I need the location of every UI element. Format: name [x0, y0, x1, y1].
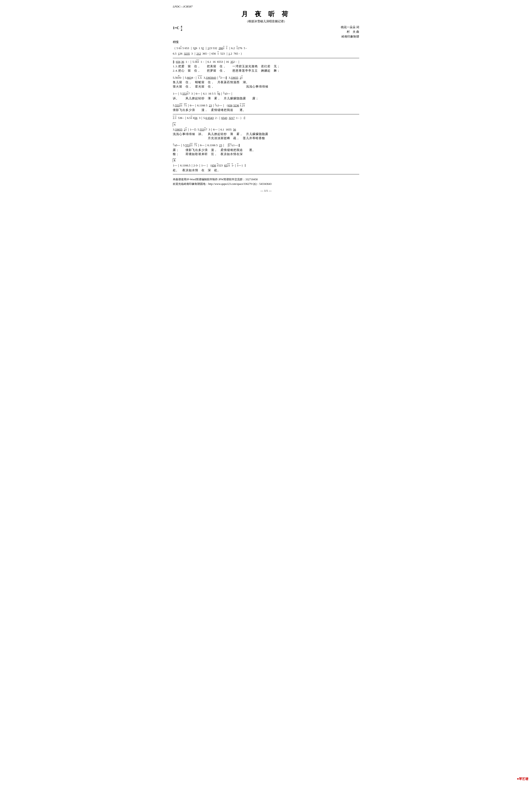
- section-g-lyrics: 露； 倩影飞出多少浪 漫， 柔情缱绻把我追 逐。 馥； 荷塘如歌谁来听 弦， 夜…: [173, 148, 359, 156]
- section-h: Ⅱ. 1---｜6.1166.5｜2-3-｜1---｜（656 1523 652…: [173, 158, 359, 172]
- section-e: 2.1 536 -｜6.51 656 3｜5.6 6543 2 -｜6543 3…: [173, 115, 359, 121]
- section-c-lyrics: 诉。 风儿撩起轻纱 薄 雾， 月儿朦朦隐隐露 露；: [173, 96, 359, 100]
- tempo: 稍慢: [173, 40, 359, 44]
- key-signature: 1=C 4 4: [173, 25, 182, 32]
- section-g: 2⁄₃3---｜5.55321 71｜6---｜6.1166 5 23｜ Ⅰ.2…: [173, 142, 359, 156]
- lyricist: 桃花一朵朵 词: [341, 25, 359, 30]
- section-b-lyrics: 鱼儿留 住， 蜻蜓留 住， 月夜菡萏情漫西 湖。 萤火留 住， 星光留 住， 浅…: [173, 80, 359, 88]
- footer-line1: 本曲谱使用JP-Word简谱编辑软件制作 JPW简谱软件交流群：33271845…: [173, 177, 359, 182]
- section-c-notation: 1---｜5.55317 3｜6---｜6.1 16 5 5 56｜2⁄₃3--…: [173, 91, 359, 96]
- section-f: 4. 3.33655 21｜1---‖: 5.55317 3｜6---｜6.1 …: [173, 122, 359, 140]
- page-number: — 1/1 —: [173, 189, 359, 193]
- section-a-lyrics: 1.3.把爱 留 住， 把美留 住， 一湾碧玉波光激艳 若幻若 无； 2.4.把…: [173, 64, 359, 73]
- section-h-lyrics: 处。 夜凉如水情 在 深 处。: [173, 168, 359, 172]
- section-d: 5.55321 71｜6---｜6.1166 5 23｜2⁄₁1---｜（656…: [173, 102, 359, 112]
- intro-section: （ 5 61 5 653 ｜326 1 32 ｜123 532 2661 1 ｜…: [173, 46, 359, 56]
- section-e-notation: 2.1 536 -｜6.51 656 3｜5.6 6543 2 -｜6543 3…: [173, 115, 359, 121]
- intro-line2: 6.5 126 3235 3 ｜212 365 -｜656 1 523 ｜1.2…: [173, 51, 359, 56]
- credits: 桃花一朵朵 词 村 夫 曲 岭南印象制谱: [341, 25, 359, 39]
- ending2-bracket: Ⅱ.: [173, 158, 176, 162]
- verse4-bracket: 4.: [173, 123, 176, 127]
- footer-line2: 欢迎光临岭南印象制谱园地：http://www.qupu123.com/spac…: [173, 182, 359, 186]
- section-a-notation: ‖: 656 36 1 - ｜5.561 1 - ｜6.1 16 6553｜16…: [173, 59, 359, 64]
- section-b-notation: 5.561̊6-｜5.6634 -｜1.3. 3.3365643｜52---:‖…: [173, 75, 359, 80]
- key-tempo-block: 1=C 4 4: [173, 25, 182, 32]
- title-area: 月 夜 听 荷 （根据冰雪碰儿演唱音频记谱）: [173, 9, 359, 23]
- page-id: LPDC—JCR587: [173, 4, 359, 9]
- section-c: 1---｜5.55317 3｜6---｜6.1 16 5 5 56｜2⁄₃3--…: [173, 91, 359, 100]
- section-a: ‖: 656 36 1 - ｜5.561 1 - ｜6.1 16 6553｜16…: [173, 59, 359, 73]
- intro-line1: （ 5 61 5 653 ｜326 1 32 ｜123 532 2661 1 ｜…: [173, 46, 359, 51]
- footer: 本曲谱使用JP-Word简谱编辑软件制作 JPW简谱软件交流群：33271845…: [173, 177, 359, 186]
- time-sig: 4 4: [181, 25, 182, 32]
- section-h-notation: 1---｜6.1166.5｜2-3-｜1---｜（656 1523 6521 1…: [173, 163, 359, 168]
- key-label: 1=C: [173, 25, 179, 30]
- song-title: 月 夜 听 荷: [173, 9, 359, 19]
- section-d-lyrics: 倩影飞出多少浪 漫， 柔情缱绻把我追 逐。: [173, 108, 359, 112]
- section-f-notation: 3.33655 21｜1---‖: 5.55317 3｜6---｜6.1 165…: [173, 127, 359, 132]
- header-row: 1=C 4 4 桃花一朵朵 词 村 夫 曲 岭南印象制谱: [173, 25, 359, 39]
- section-d-notation: 5.55321 71｜6---｜6.1166 5 23｜2⁄₁1---｜（656…: [173, 102, 359, 108]
- section-f-lyrics: 浅浅心事绵绵倾 诉。 风儿撩起轻纱 薄 雾， 月儿朦朦隐隐露 月光淡淡斑驳稀 疏…: [173, 132, 359, 140]
- composer: 村 夫 曲: [341, 29, 359, 34]
- section-g-notation: 2⁄₃3---｜5.55321 71｜6---｜6.1166 5 23｜ Ⅰ.2…: [173, 142, 359, 148]
- transcriber: 岭南印象制谱: [341, 34, 359, 39]
- subtitle: （根据冰雪碰儿演唱音频记谱）: [173, 19, 359, 23]
- section-b: 5.561̊6-｜5.6634 -｜1.3. 3.3365643｜52---:‖…: [173, 75, 359, 88]
